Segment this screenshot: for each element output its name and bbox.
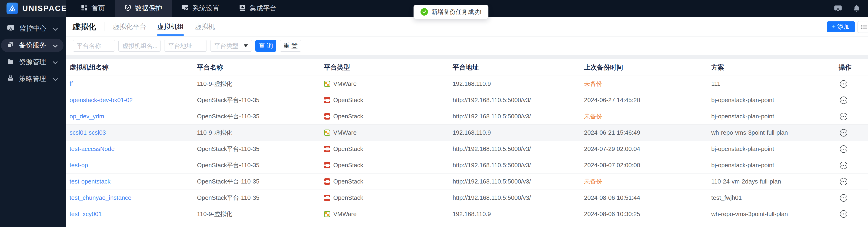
sidebar-item-resource-management[interactable]: 资源管理 xyxy=(1,55,63,69)
more-actions-button[interactable] xyxy=(840,145,847,153)
plan-cell: bj-openstack-plan-point xyxy=(711,113,835,120)
column-header: 平台名称 xyxy=(197,63,324,72)
topnav-item-home[interactable]: 首页 xyxy=(71,0,115,17)
table-row: test_chunyao_instance OpenStack平台-110-35… xyxy=(66,190,868,206)
more-actions-button[interactable] xyxy=(840,129,847,136)
sidebar-item-backup-service[interactable]: 备份服务 xyxy=(1,39,63,52)
platform-name-cell: OpenStack平台-110-35 xyxy=(197,194,324,202)
vm-group-name-link[interactable]: test_chunyao_instance xyxy=(66,194,197,201)
table-body: ff 110-9-虚拟化 VMWare 192.168.110.9 未备份 11… xyxy=(66,75,868,222)
dashboard-icon xyxy=(81,4,88,13)
sidebar-item-policy-management[interactable]: 策略管理 xyxy=(1,72,63,86)
vm-group-name-link[interactable]: scsi01-scsi03 xyxy=(66,129,197,136)
vm-group-name-link[interactable]: test-opentstack xyxy=(66,178,197,185)
vm-group-name-link[interactable]: ff xyxy=(66,80,197,88)
table-row: ff 110-9-虚拟化 VMWare 192.168.110.9 未备份 11… xyxy=(66,75,868,92)
topnav-item-system-settings[interactable]: 系统设置 xyxy=(172,0,229,17)
platform-address-cell: 192.168.110.9 xyxy=(453,80,584,88)
plan-cell: bj-openstack-plan-point xyxy=(711,97,835,104)
topnav-item-data-protection[interactable]: 数据保护 xyxy=(115,0,172,17)
platform-type-select[interactable]: 平台类型 xyxy=(210,40,252,52)
tab-virtualization-platform[interactable]: 虚拟化平台 xyxy=(113,17,146,36)
vm-group-name-link[interactable]: op_dev_ydm xyxy=(66,113,197,120)
last-backup-time-cell: 2024-06-27 14:45:20 xyxy=(584,97,711,104)
openstack-icon xyxy=(324,113,330,120)
tab-vm[interactable]: 虚拟机 xyxy=(195,17,215,36)
topnav-label: 首页 xyxy=(91,4,105,13)
plan-cell: wh-repo-vms-3point-full-plan xyxy=(711,129,835,136)
more-actions-button[interactable] xyxy=(840,178,847,185)
last-backup-time-cell: 2024-06-21 15:46:49 xyxy=(584,129,711,136)
topnav-label: 系统设置 xyxy=(192,4,219,13)
more-actions-button[interactable] xyxy=(840,194,847,202)
search-button[interactable]: 查 询 xyxy=(255,40,276,52)
column-header: 平台类型 xyxy=(324,63,453,72)
platform-name-cell: OpenStack平台-110-35 xyxy=(197,177,324,186)
platform-name-cell: OpenStack平台-110-35 xyxy=(197,96,324,104)
plan-cell: bj-openstack-plan-point xyxy=(711,162,835,169)
platform-name-cell: OpenStack平台-110-35 xyxy=(197,161,324,169)
system-settings-icon xyxy=(182,4,189,13)
column-header: 虚拟机组名称 xyxy=(66,63,197,72)
platform-address-input[interactable] xyxy=(164,40,207,52)
brand-logo-icon xyxy=(6,3,18,14)
more-actions-button[interactable] xyxy=(840,113,847,120)
platform-name-cell: 110-9-虚拟化 xyxy=(197,80,324,88)
more-actions-button[interactable] xyxy=(840,97,847,104)
column-header: 操作 xyxy=(835,59,868,75)
operation-cell xyxy=(835,206,868,222)
vm-group-name-link[interactable]: test-op xyxy=(66,162,197,169)
platform-type-label: VMWare xyxy=(333,210,356,218)
platform-address-cell: http://192.168.110.5:5000/v3/ xyxy=(453,113,584,120)
chevron-down-icon xyxy=(53,42,58,49)
table-row: test_xcy001 110-9-虚拟化 VMWare 192.168.110… xyxy=(66,206,868,222)
vm-group-name-link[interactable]: test_xcy001 xyxy=(66,210,197,218)
platform-address-cell: 192.168.110.9 xyxy=(453,210,584,218)
select-arrow-icon xyxy=(244,44,248,47)
screen-cast-icon[interactable] xyxy=(834,5,842,12)
main-content: 虚拟化 虚拟化平台 虚拟机组 虚拟机 + 添加 xyxy=(66,17,868,227)
last-backup-time-cell: 2024-07-29 02:00:04 xyxy=(584,145,711,153)
table-header-row: 虚拟机组名称平台名称平台类型平台地址上次备份时间方案操作 xyxy=(66,59,868,75)
column-header: 平台地址 xyxy=(453,63,584,72)
chevron-down-icon xyxy=(53,58,58,66)
openstack-icon xyxy=(324,146,330,152)
platform-name-cell: 110-9-虚拟化 xyxy=(197,210,324,218)
more-actions-button[interactable] xyxy=(840,80,847,88)
vm-group-name-input[interactable] xyxy=(118,40,161,52)
platform-type-label: OpenStack xyxy=(333,145,363,153)
topnav-item-integration-platform[interactable]: 集成平台 xyxy=(229,0,286,17)
vm-group-name-link[interactable]: openstack-dev-bk01-02 xyxy=(66,97,197,104)
chevron-down-icon xyxy=(53,75,58,83)
shield-check-icon xyxy=(124,4,131,13)
platform-address-cell: http://192.168.110.5:5000/v3/ xyxy=(453,145,584,153)
more-actions-button[interactable] xyxy=(840,162,847,169)
operation-cell xyxy=(835,108,868,124)
operation-cell xyxy=(835,92,868,108)
more-actions-button[interactable] xyxy=(840,210,847,218)
column-settings-button[interactable] xyxy=(857,21,868,33)
platform-type-cell: OpenStack xyxy=(324,162,453,169)
platform-type-cell: OpenStack xyxy=(324,113,453,120)
reset-button[interactable]: 重 置 xyxy=(280,40,301,52)
openstack-icon xyxy=(324,162,330,168)
bell-icon[interactable] xyxy=(853,5,860,12)
last-backup-time-cell: 2024-08-06 10:30:25 xyxy=(584,210,711,218)
column-header: 上次备份时间 xyxy=(584,63,711,72)
operation-cell xyxy=(835,125,868,141)
platform-type-cell: VMWare xyxy=(324,129,453,136)
tab-vm-group[interactable]: 虚拟机组 xyxy=(157,17,184,36)
vmware-icon xyxy=(324,211,330,217)
last-backup-time-cell: 2024-08-06 10:51:44 xyxy=(584,194,711,201)
monitor-cast-icon xyxy=(7,25,14,33)
add-button[interactable]: + 添加 xyxy=(827,22,855,32)
brand-wordmark: UNISPACE xyxy=(22,4,67,13)
openstack-icon xyxy=(324,179,330,185)
platform-type-cell: VMWare xyxy=(324,210,453,218)
vm-group-name-link[interactable]: test-accessNode xyxy=(66,145,197,153)
plan-cell: wh-repo-vms-3point-full-plan xyxy=(711,210,835,218)
vmware-icon xyxy=(324,130,330,136)
sidebar-item-monitor-center[interactable]: 监控中心 xyxy=(1,22,63,35)
platform-type-label: OpenStack xyxy=(333,113,363,120)
platform-name-input[interactable] xyxy=(73,40,115,52)
